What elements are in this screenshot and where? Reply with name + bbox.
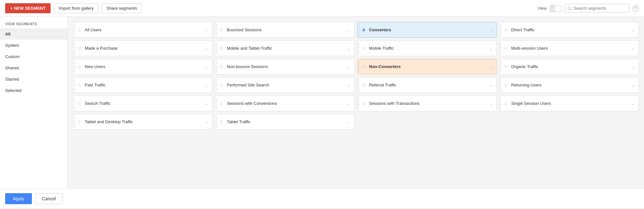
share-segments-button[interactable]: Share segments [102, 3, 142, 13]
sidebar-item-system[interactable]: System [0, 40, 67, 51]
star-icon[interactable]: ☆ [219, 64, 224, 70]
sidebar-item-shared[interactable]: Shared [0, 62, 67, 74]
chevron-down-icon[interactable]: ⌄ [205, 46, 208, 51]
star-icon[interactable]: ☆ [77, 45, 82, 51]
chevron-down-icon[interactable]: ⌄ [205, 83, 208, 87]
bottom-bar: Apply Cancel [0, 189, 644, 208]
search-input[interactable] [574, 6, 626, 11]
view-label: View [538, 6, 547, 11]
segment-card-referral-traffic[interactable]: ☆Referral Traffic⌄ [357, 77, 497, 93]
segment-name: Bounced Sessions [227, 27, 344, 32]
segment-card-search-traffic[interactable]: ☆Search Traffic⌄ [73, 95, 212, 111]
star-icon[interactable]: ☆ [361, 100, 366, 106]
chevron-down-icon[interactable]: ⌄ [631, 65, 635, 69]
chevron-down-icon[interactable]: ⌄ [347, 28, 351, 32]
star-icon[interactable]: ☆ [219, 27, 224, 33]
new-segment-button[interactable]: + NEW SEGMENT [5, 3, 51, 13]
segment-name: Direct Traffic [511, 27, 629, 32]
sidebar: VIEW SEGMENTS AllSystemCustomSharedStarr… [0, 17, 68, 189]
drag-dots [215, 96, 218, 111]
star-icon[interactable]: ★ [361, 27, 366, 33]
drag-dots [215, 77, 218, 93]
star-icon[interactable]: ☆ [504, 100, 508, 106]
segment-card-mobile-traffic[interactable]: ☆Mobile Traffic⌄ [357, 40, 497, 56]
help-icon[interactable]: ? [632, 5, 639, 12]
segment-name: Non-Converters [369, 64, 487, 69]
chevron-down-icon[interactable]: ⌄ [205, 65, 208, 69]
chevron-down-icon[interactable]: ⌄ [347, 65, 351, 69]
segment-card-sessions-with-transactions[interactable]: ☆Sessions with Transactions⌄ [357, 95, 497, 111]
chevron-down-icon[interactable]: ⌄ [205, 28, 208, 32]
star-icon[interactable]: ☆ [219, 82, 224, 88]
segment-card-mobile-tablet-traffic[interactable]: ☆Mobile and Tablet Traffic⌄ [215, 40, 354, 56]
grid-view-button[interactable] [555, 5, 561, 12]
star-icon[interactable]: ☆ [219, 45, 224, 51]
segment-card-performed-site-search[interactable]: ☆Performed Site Search⌄ [215, 77, 354, 93]
drag-dots [358, 59, 360, 74]
drag-dots [73, 41, 76, 56]
sidebar-item-all[interactable]: All [0, 28, 67, 40]
segment-name: Search Traffic [85, 101, 202, 106]
drag-dots [500, 41, 502, 56]
star-icon[interactable]: ☆ [504, 82, 508, 88]
segment-card-multi-session-users[interactable]: ☆Multi-session Users⌄ [499, 40, 639, 56]
segment-card-returning-users[interactable]: ☆Returning Users⌄ [499, 77, 639, 93]
chevron-down-icon[interactable]: ⌄ [631, 46, 635, 51]
drag-dots [73, 114, 76, 129]
segment-card-all-users[interactable]: ☆All Users⌄ [73, 22, 212, 38]
star-icon[interactable]: ☆ [504, 45, 508, 51]
segment-card-converters[interactable]: ★Converters⌄ [357, 22, 497, 38]
drag-dots [73, 77, 76, 93]
chevron-down-icon[interactable]: ⌄ [489, 65, 493, 69]
segment-card-bounced-sessions[interactable]: ☆Bounced Sessions⌄ [215, 22, 354, 38]
segment-card-new-users[interactable]: ☆New Users⌄ [73, 59, 212, 75]
drag-dots [500, 77, 502, 93]
segment-card-single-session-users[interactable]: ☆Single Session Users⌄ [499, 95, 639, 111]
star-icon[interactable]: ☆ [504, 27, 508, 33]
segment-name: Paid Traffic [85, 83, 202, 87]
star-icon[interactable]: ☆ [77, 119, 82, 125]
star-icon[interactable]: ☆ [361, 64, 366, 70]
toolbar-right: View ? [538, 4, 639, 13]
segment-name: Mobile and Tablet Traffic [227, 46, 344, 51]
segment-name: Tablet and Desktop Traffic [85, 119, 202, 124]
chevron-down-icon[interactable]: ⌄ [347, 120, 351, 124]
chevron-down-icon[interactable]: ⌄ [205, 120, 208, 124]
chevron-down-icon[interactable]: ⌄ [347, 83, 351, 87]
chevron-down-icon[interactable]: ⌄ [489, 28, 493, 32]
star-icon[interactable]: ☆ [77, 27, 82, 33]
chevron-down-icon[interactable]: ⌄ [489, 101, 493, 106]
apply-button[interactable]: Apply [5, 193, 32, 204]
star-icon[interactable]: ☆ [219, 119, 224, 125]
cancel-button[interactable]: Cancel [35, 193, 63, 204]
star-icon[interactable]: ☆ [361, 82, 366, 88]
segment-card-direct-traffic[interactable]: ☆Direct Traffic⌄ [499, 22, 639, 38]
segment-card-non-bounce-sessions[interactable]: ☆Non-bounce Sessions⌄ [215, 59, 354, 75]
star-icon[interactable]: ☆ [77, 64, 82, 70]
chevron-down-icon[interactable]: ⌄ [347, 46, 351, 51]
segment-card-organic-traffic[interactable]: ☆Organic Traffic⌄ [499, 59, 639, 75]
chevron-down-icon[interactable]: ⌄ [631, 28, 635, 32]
chevron-down-icon[interactable]: ⌄ [489, 46, 493, 51]
segment-card-paid-traffic[interactable]: ☆Paid Traffic⌄ [73, 77, 212, 93]
segment-card-tablet-traffic[interactable]: ☆Tablet Traffic⌄ [215, 114, 354, 130]
star-icon[interactable]: ☆ [77, 100, 82, 106]
segment-card-tablet-desktop-traffic[interactable]: ☆Tablet and Desktop Traffic⌄ [73, 114, 212, 130]
sidebar-item-selected[interactable]: Selected [0, 85, 67, 96]
list-view-button[interactable] [550, 5, 555, 12]
segment-card-non-converters[interactable]: ☆Non-Converters⌄ [357, 59, 497, 75]
segment-card-sessions-with-conversions[interactable]: ☆Sessions with Conversions⌄ [215, 95, 354, 111]
segment-card-made-a-purchase[interactable]: ☆Made a Purchase⌄ [73, 40, 212, 56]
sidebar-item-custom[interactable]: Custom [0, 51, 67, 62]
star-icon[interactable]: ☆ [219, 100, 224, 106]
chevron-down-icon[interactable]: ⌄ [347, 101, 351, 106]
chevron-down-icon[interactable]: ⌄ [631, 101, 635, 106]
chevron-down-icon[interactable]: ⌄ [205, 101, 208, 106]
import-from-gallery-button[interactable]: Import from gallery [54, 3, 98, 13]
star-icon[interactable]: ☆ [77, 82, 82, 88]
star-icon[interactable]: ☆ [361, 45, 366, 51]
chevron-down-icon[interactable]: ⌄ [489, 83, 493, 87]
star-icon[interactable]: ☆ [504, 64, 508, 70]
chevron-down-icon[interactable]: ⌄ [631, 83, 635, 87]
sidebar-item-starred[interactable]: Starred [0, 74, 67, 85]
